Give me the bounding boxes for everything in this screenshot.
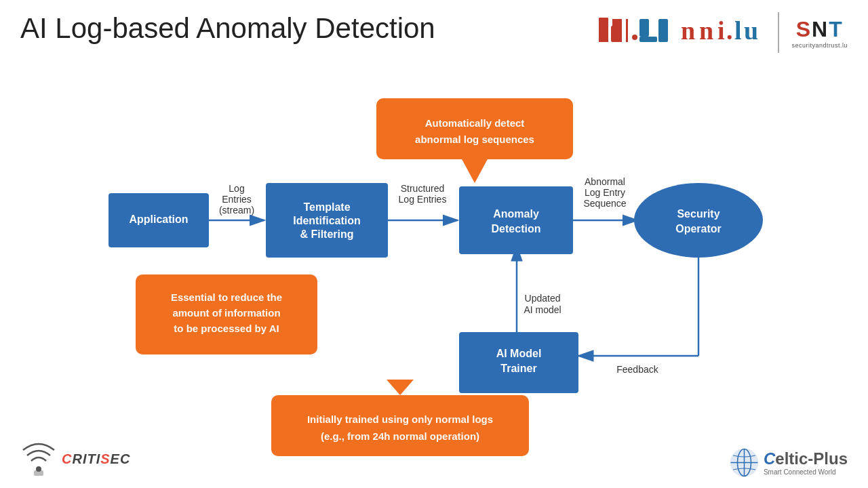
svg-text:Feedback: Feedback xyxy=(616,364,658,375)
celtic-globe-icon xyxy=(729,447,760,478)
svg-text:Log Entries: Log Entries xyxy=(399,194,447,205)
svg-text:i: i xyxy=(717,16,726,45)
security-operator-ellipse xyxy=(634,183,763,258)
celtic-text: Celtic-Plus xyxy=(764,449,848,468)
critisec-icon-svg xyxy=(20,441,58,478)
page-title: AI Log-based Anomaly Detection xyxy=(20,12,435,45)
svg-text:AI Model: AI Model xyxy=(496,348,542,359)
svg-text:Structured: Structured xyxy=(401,183,445,194)
critisec-logo: CRITISEC xyxy=(20,441,130,478)
svg-text:Detection: Detection xyxy=(492,223,541,235)
svg-text:Operator: Operator xyxy=(675,223,722,235)
svg-text:n: n xyxy=(681,16,696,45)
diagram: Log Entries (stream) Structured Log Entr… xyxy=(0,78,868,471)
svg-text:amount of information: amount of information xyxy=(172,307,280,319)
celtic-sub: Smart Connected World xyxy=(764,468,848,476)
svg-rect-6 xyxy=(658,19,668,42)
svg-text:Entries: Entries xyxy=(222,194,252,205)
callout-top-box xyxy=(376,98,573,159)
svg-rect-13 xyxy=(626,19,628,42)
snt-logo: SNT securityandtrust.lu xyxy=(791,17,848,49)
anomaly-box xyxy=(459,186,573,254)
svg-point-3 xyxy=(632,35,637,40)
svg-text:AI model: AI model xyxy=(524,304,561,315)
svg-text:Sequence: Sequence xyxy=(583,198,626,209)
logo-divider xyxy=(778,12,779,53)
svg-text:Security: Security xyxy=(677,208,719,220)
top-logos: n n i . l u SNT securityandtrust.lu xyxy=(597,12,848,53)
svg-text:to be processed by AI: to be processed by AI xyxy=(174,323,279,334)
svg-text:Anomaly: Anomaly xyxy=(493,208,539,220)
svg-text:Template: Template xyxy=(303,201,350,213)
svg-text:Abnormal: Abnormal xyxy=(585,176,625,187)
svg-text:l: l xyxy=(734,16,743,45)
svg-text:(e.g., from 24h normal operati: (e.g., from 24h normal operation) xyxy=(321,430,479,442)
svg-rect-58 xyxy=(34,470,43,476)
svg-text:Initially trained using only n: Initially trained using only normal logs xyxy=(307,413,493,425)
svg-text:Log Entry: Log Entry xyxy=(585,187,625,198)
svg-text:& Filtering: & Filtering xyxy=(300,228,353,240)
svg-text:Essential to reduce the: Essential to reduce the xyxy=(171,291,282,303)
callout-bottom-box xyxy=(271,395,529,456)
svg-text:Updated: Updated xyxy=(525,293,561,304)
critisec-text: CRITISEC xyxy=(62,451,130,467)
svg-text:abnormal log sequences: abnormal log sequences xyxy=(415,134,534,145)
svg-text:(stream): (stream) xyxy=(219,205,254,216)
svg-text:Trainer: Trainer xyxy=(500,363,536,374)
svg-text:Identification: Identification xyxy=(293,215,361,226)
callout-bottom-pointer xyxy=(387,380,414,395)
svg-text:u: u xyxy=(744,16,759,45)
svg-text:Automatically detect: Automatically detect xyxy=(425,117,525,129)
callout-top-pointer xyxy=(461,158,488,183)
svg-rect-5 xyxy=(639,37,657,42)
celtic-plus-logo: Celtic-Plus Smart Connected World xyxy=(729,447,848,478)
svg-rect-4 xyxy=(639,19,649,37)
svg-text:Application: Application xyxy=(129,214,188,225)
svg-text:Log: Log xyxy=(229,183,244,194)
nni-logo: n n i . l u xyxy=(597,14,766,52)
svg-text:.: . xyxy=(726,16,734,45)
svg-text:n: n xyxy=(699,16,714,45)
